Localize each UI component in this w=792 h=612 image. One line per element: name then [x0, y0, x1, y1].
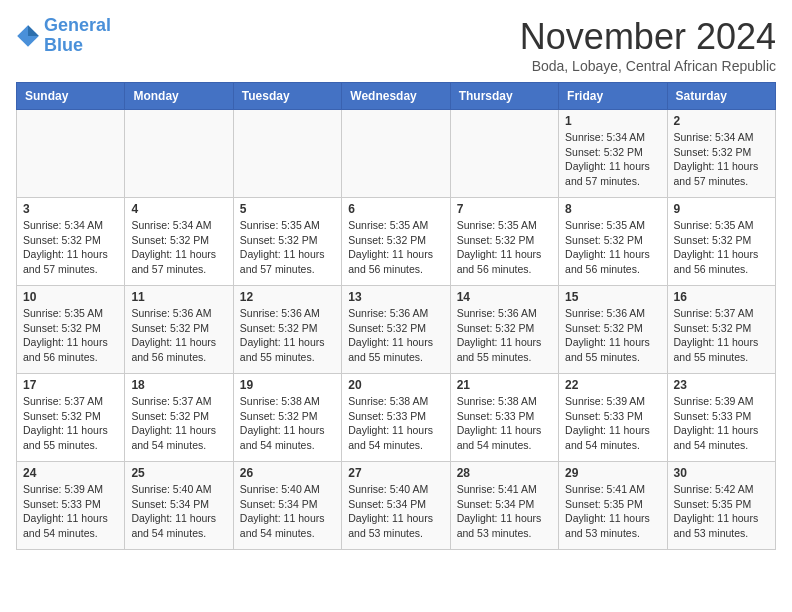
day-info: Sunrise: 5:38 AMSunset: 5:33 PMDaylight:…	[457, 394, 552, 453]
calendar-cell: 7Sunrise: 5:35 AMSunset: 5:32 PMDaylight…	[450, 198, 558, 286]
calendar-cell: 10Sunrise: 5:35 AMSunset: 5:32 PMDayligh…	[17, 286, 125, 374]
day-number: 21	[457, 378, 552, 392]
day-number: 18	[131, 378, 226, 392]
day-number: 24	[23, 466, 118, 480]
day-info: Sunrise: 5:35 AMSunset: 5:32 PMDaylight:…	[23, 306, 118, 365]
day-number: 15	[565, 290, 660, 304]
calendar-cell: 14Sunrise: 5:36 AMSunset: 5:32 PMDayligh…	[450, 286, 558, 374]
day-info: Sunrise: 5:36 AMSunset: 5:32 PMDaylight:…	[348, 306, 443, 365]
day-number: 25	[131, 466, 226, 480]
calendar-cell: 8Sunrise: 5:35 AMSunset: 5:32 PMDaylight…	[559, 198, 667, 286]
calendar-cell: 20Sunrise: 5:38 AMSunset: 5:33 PMDayligh…	[342, 374, 450, 462]
calendar-cell: 2Sunrise: 5:34 AMSunset: 5:32 PMDaylight…	[667, 110, 775, 198]
day-info: Sunrise: 5:35 AMSunset: 5:32 PMDaylight:…	[348, 218, 443, 277]
day-number: 27	[348, 466, 443, 480]
day-number: 9	[674, 202, 769, 216]
svg-marker-1	[28, 25, 39, 36]
logo-line1: General	[44, 15, 111, 35]
day-info: Sunrise: 5:35 AMSunset: 5:32 PMDaylight:…	[565, 218, 660, 277]
day-info: Sunrise: 5:36 AMSunset: 5:32 PMDaylight:…	[240, 306, 335, 365]
day-info: Sunrise: 5:42 AMSunset: 5:35 PMDaylight:…	[674, 482, 769, 541]
day-number: 1	[565, 114, 660, 128]
day-info: Sunrise: 5:34 AMSunset: 5:32 PMDaylight:…	[23, 218, 118, 277]
calendar-cell: 27Sunrise: 5:40 AMSunset: 5:34 PMDayligh…	[342, 462, 450, 550]
calendar-cell: 9Sunrise: 5:35 AMSunset: 5:32 PMDaylight…	[667, 198, 775, 286]
day-number: 3	[23, 202, 118, 216]
calendar-cell: 6Sunrise: 5:35 AMSunset: 5:32 PMDaylight…	[342, 198, 450, 286]
page-header: General Blue November 2024 Boda, Lobaye,…	[16, 16, 776, 74]
logo-text: General Blue	[44, 16, 111, 56]
calendar-cell: 28Sunrise: 5:41 AMSunset: 5:34 PMDayligh…	[450, 462, 558, 550]
calendar-cell	[342, 110, 450, 198]
header-day: Friday	[559, 83, 667, 110]
header-row: SundayMondayTuesdayWednesdayThursdayFrid…	[17, 83, 776, 110]
day-number: 2	[674, 114, 769, 128]
day-number: 11	[131, 290, 226, 304]
day-info: Sunrise: 5:34 AMSunset: 5:32 PMDaylight:…	[565, 130, 660, 189]
calendar-cell	[233, 110, 341, 198]
day-info: Sunrise: 5:34 AMSunset: 5:32 PMDaylight:…	[131, 218, 226, 277]
calendar-week: 3Sunrise: 5:34 AMSunset: 5:32 PMDaylight…	[17, 198, 776, 286]
calendar-cell: 26Sunrise: 5:40 AMSunset: 5:34 PMDayligh…	[233, 462, 341, 550]
calendar-cell: 30Sunrise: 5:42 AMSunset: 5:35 PMDayligh…	[667, 462, 775, 550]
calendar-week: 17Sunrise: 5:37 AMSunset: 5:32 PMDayligh…	[17, 374, 776, 462]
day-number: 17	[23, 378, 118, 392]
calendar-week: 10Sunrise: 5:35 AMSunset: 5:32 PMDayligh…	[17, 286, 776, 374]
day-info: Sunrise: 5:36 AMSunset: 5:32 PMDaylight:…	[457, 306, 552, 365]
day-info: Sunrise: 5:35 AMSunset: 5:32 PMDaylight:…	[457, 218, 552, 277]
day-info: Sunrise: 5:37 AMSunset: 5:32 PMDaylight:…	[131, 394, 226, 453]
calendar-cell	[17, 110, 125, 198]
calendar-body: 1Sunrise: 5:34 AMSunset: 5:32 PMDaylight…	[17, 110, 776, 550]
calendar-cell: 1Sunrise: 5:34 AMSunset: 5:32 PMDaylight…	[559, 110, 667, 198]
logo-line2: Blue	[44, 35, 83, 55]
calendar-table: SundayMondayTuesdayWednesdayThursdayFrid…	[16, 82, 776, 550]
day-number: 28	[457, 466, 552, 480]
header-day: Monday	[125, 83, 233, 110]
day-info: Sunrise: 5:41 AMSunset: 5:34 PMDaylight:…	[457, 482, 552, 541]
day-number: 12	[240, 290, 335, 304]
day-info: Sunrise: 5:39 AMSunset: 5:33 PMDaylight:…	[674, 394, 769, 453]
day-info: Sunrise: 5:40 AMSunset: 5:34 PMDaylight:…	[348, 482, 443, 541]
header-day: Tuesday	[233, 83, 341, 110]
calendar-cell: 5Sunrise: 5:35 AMSunset: 5:32 PMDaylight…	[233, 198, 341, 286]
calendar-cell: 15Sunrise: 5:36 AMSunset: 5:32 PMDayligh…	[559, 286, 667, 374]
calendar-week: 24Sunrise: 5:39 AMSunset: 5:33 PMDayligh…	[17, 462, 776, 550]
day-info: Sunrise: 5:41 AMSunset: 5:35 PMDaylight:…	[565, 482, 660, 541]
day-number: 22	[565, 378, 660, 392]
day-number: 29	[565, 466, 660, 480]
calendar-cell: 24Sunrise: 5:39 AMSunset: 5:33 PMDayligh…	[17, 462, 125, 550]
day-info: Sunrise: 5:37 AMSunset: 5:32 PMDaylight:…	[23, 394, 118, 453]
calendar-cell: 21Sunrise: 5:38 AMSunset: 5:33 PMDayligh…	[450, 374, 558, 462]
day-info: Sunrise: 5:36 AMSunset: 5:32 PMDaylight:…	[131, 306, 226, 365]
day-number: 5	[240, 202, 335, 216]
calendar-cell	[125, 110, 233, 198]
calendar-cell: 29Sunrise: 5:41 AMSunset: 5:35 PMDayligh…	[559, 462, 667, 550]
day-info: Sunrise: 5:35 AMSunset: 5:32 PMDaylight:…	[674, 218, 769, 277]
day-info: Sunrise: 5:36 AMSunset: 5:32 PMDaylight:…	[565, 306, 660, 365]
day-number: 20	[348, 378, 443, 392]
calendar-cell: 3Sunrise: 5:34 AMSunset: 5:32 PMDaylight…	[17, 198, 125, 286]
day-number: 23	[674, 378, 769, 392]
day-info: Sunrise: 5:34 AMSunset: 5:32 PMDaylight:…	[674, 130, 769, 189]
header-day: Thursday	[450, 83, 558, 110]
day-number: 7	[457, 202, 552, 216]
day-info: Sunrise: 5:39 AMSunset: 5:33 PMDaylight:…	[23, 482, 118, 541]
day-info: Sunrise: 5:39 AMSunset: 5:33 PMDaylight:…	[565, 394, 660, 453]
calendar-week: 1Sunrise: 5:34 AMSunset: 5:32 PMDaylight…	[17, 110, 776, 198]
logo-icon	[16, 24, 40, 48]
calendar-cell: 18Sunrise: 5:37 AMSunset: 5:32 PMDayligh…	[125, 374, 233, 462]
header-day: Wednesday	[342, 83, 450, 110]
calendar-cell: 13Sunrise: 5:36 AMSunset: 5:32 PMDayligh…	[342, 286, 450, 374]
day-info: Sunrise: 5:35 AMSunset: 5:32 PMDaylight:…	[240, 218, 335, 277]
calendar-cell	[450, 110, 558, 198]
calendar-cell: 4Sunrise: 5:34 AMSunset: 5:32 PMDaylight…	[125, 198, 233, 286]
title-area: November 2024 Boda, Lobaye, Central Afri…	[520, 16, 776, 74]
day-number: 8	[565, 202, 660, 216]
day-number: 26	[240, 466, 335, 480]
day-number: 16	[674, 290, 769, 304]
day-number: 19	[240, 378, 335, 392]
day-number: 14	[457, 290, 552, 304]
day-info: Sunrise: 5:38 AMSunset: 5:33 PMDaylight:…	[348, 394, 443, 453]
header-day: Sunday	[17, 83, 125, 110]
calendar-cell: 25Sunrise: 5:40 AMSunset: 5:34 PMDayligh…	[125, 462, 233, 550]
